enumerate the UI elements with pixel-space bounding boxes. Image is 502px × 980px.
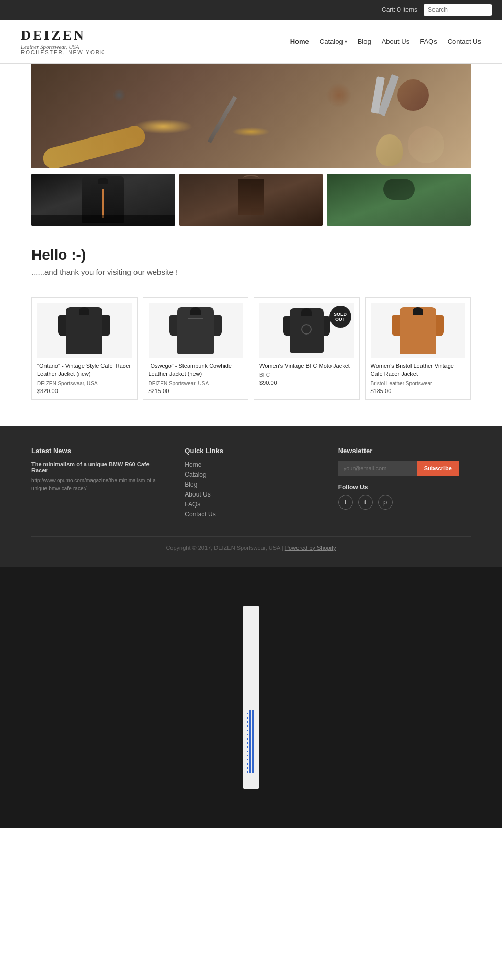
jacket-icon-1 (177, 307, 214, 354)
product-title-0: "Ontario" - Vintage Style Cafe' Racer Le… (37, 362, 132, 378)
top-bar: Cart: 0 items (0, 0, 502, 20)
nav-contact[interactable]: Contact Us (448, 38, 481, 45)
product-image-1 (149, 303, 243, 358)
product-card-1[interactable]: "Oswego" - Steampunk Cowhide Leather Jac… (143, 297, 249, 400)
footer-newsletter: Newsletter Subscribe Follow Us f t p (338, 447, 471, 521)
logo-location: Rochester, New York (21, 50, 105, 55)
product-price-3: $185.00 (371, 388, 465, 394)
footer-quick-links: Quick Links Home Catalog Blog About Us F… (185, 447, 317, 521)
footer-links-list: Home Catalog Blog About Us FAQs Contact … (185, 461, 317, 518)
product-image-2: SOLD OUT (259, 303, 354, 358)
newsletter-email-input[interactable] (338, 461, 417, 476)
dark-bottom-section (0, 567, 502, 828)
jacket-icon-3 (400, 307, 436, 354)
product-title-3: Women's Bristol Leather Vintage Cafe Rac… (371, 362, 465, 378)
news-article-link[interactable]: http://www.opumo.com/magazine/the-minima… (31, 477, 164, 492)
nav-blog[interactable]: Blog (358, 38, 371, 45)
nav-about[interactable]: About Us (382, 38, 409, 45)
jacket-icon-2 (290, 308, 324, 353)
follow-us-label: Follow Us (338, 483, 471, 491)
news-article-title: The minimalism of a unique BMW R60 Cafe … (31, 461, 164, 474)
copyright-text: Copyright © 2017, DEIZEN Sportswear, USA… (166, 545, 284, 551)
product-card-2[interactable]: SOLD OUT Women's Vintage BFC Moto Jacket… (254, 297, 360, 400)
footer-link-home[interactable]: Home (185, 461, 317, 468)
product-brand-3: Bristol Leather Sportswear (371, 381, 465, 386)
social-icons: f t p (338, 495, 471, 510)
footer-copyright: Copyright © 2017, DEIZEN Sportswear, USA… (31, 536, 471, 551)
facebook-icon[interactable]: f (338, 495, 353, 510)
nav-home[interactable]: Home (290, 38, 309, 45)
footer: Latest News The minimalism of a unique B… (0, 426, 502, 567)
hello-subtitle: ......and thank you for visiting our web… (31, 268, 471, 276)
twitter-icon[interactable]: t (358, 495, 373, 510)
logo-area: DEIZEN Leather Sportswear, USA Rochester… (21, 28, 105, 55)
footer-grid: Latest News The minimalism of a unique B… (31, 447, 471, 521)
product-title-1: "Oswego" - Steampunk Cowhide Leather Jac… (149, 362, 243, 378)
logo-name: DEIZEN (21, 28, 105, 43)
sold-out-badge: SOLD OUT (329, 306, 351, 328)
thumb-bag (179, 174, 323, 226)
product-card-0[interactable]: "Ontario" - Vintage Style Cafe' Racer Le… (31, 297, 138, 400)
product-title-2: Women's Vintage BFC Moto Jacket (259, 362, 354, 370)
product-card-3[interactable]: Women's Bristol Leather Vintage Cafe Rac… (365, 297, 471, 400)
main-nav: Home Catalog ▾ Blog About Us FAQs Contac… (290, 38, 481, 45)
thumb-jacket (31, 174, 175, 226)
newsletter-form: Subscribe (338, 461, 471, 476)
subscribe-button[interactable]: Subscribe (417, 461, 459, 476)
footer-link-about[interactable]: About Us (185, 491, 317, 498)
newsletter-title: Newsletter (338, 447, 471, 455)
search-input[interactable] (424, 4, 492, 16)
powered-by-link[interactable]: Powered by Shopify (285, 545, 336, 551)
product-brand-2: BFC (259, 372, 354, 378)
footer-link-blog[interactable]: Blog (185, 481, 317, 488)
products-grid: "Ontario" - Vintage Style Cafe' Racer Le… (0, 287, 502, 410)
hello-title: Hello :-) (31, 247, 471, 263)
cart-count[interactable]: Cart: 0 items (382, 6, 417, 14)
thumb-person (327, 174, 471, 226)
hello-section: Hello :-) ......and thank you for visiti… (0, 236, 502, 287)
footer-link-catalog[interactable]: Catalog (185, 471, 317, 478)
hero-banner (31, 64, 471, 168)
header: DEIZEN Leather Sportswear, USA Rochester… (0, 20, 502, 64)
product-brand-1: DEIZEN Sportswear, USA (149, 381, 243, 386)
logo-tagline: Leather Sportswear, USA (21, 43, 105, 50)
product-brand-0: DEIZEN Sportswear, USA (37, 381, 132, 386)
footer-link-contact[interactable]: Contact Us (185, 511, 317, 518)
nav-faqs[interactable]: FAQs (420, 38, 437, 45)
product-image-0 (37, 303, 132, 358)
featured-images (0, 174, 502, 236)
product-image-3 (371, 303, 465, 358)
vertical-bar (243, 606, 259, 789)
jacket-icon-0 (66, 307, 102, 354)
chevron-down-icon: ▾ (345, 39, 347, 44)
pinterest-icon[interactable]: p (378, 495, 393, 510)
bar-design (246, 710, 256, 773)
latest-news-title: Latest News (31, 447, 164, 455)
footer-link-faqs[interactable]: FAQs (185, 501, 317, 508)
nav-catalog[interactable]: Catalog (320, 38, 343, 45)
footer-latest-news: Latest News The minimalism of a unique B… (31, 447, 164, 521)
product-price-1: $215.00 (149, 388, 243, 394)
product-price-2: $90.00 (259, 379, 354, 386)
product-price-0: $320.00 (37, 388, 132, 394)
quick-links-title: Quick Links (185, 447, 317, 455)
